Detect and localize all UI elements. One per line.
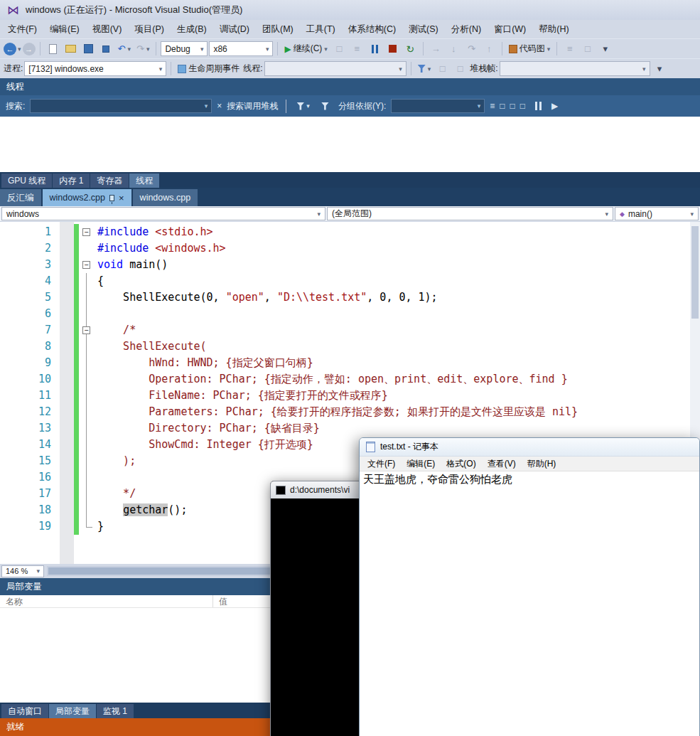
notepad-menu-item[interactable]: 帮助(H): [522, 457, 562, 471]
code-line[interactable]: 3−void main(): [0, 257, 700, 273]
stop-debugging-button[interactable]: [384, 41, 401, 57]
threads-panel-header[interactable]: 线程: [0, 78, 700, 95]
search-call-stack-label[interactable]: 搜索调用堆栈: [227, 100, 278, 112]
diagnostics-button[interactable]: ≡: [349, 41, 365, 57]
navigate-forward-icon[interactable]: →: [23, 43, 36, 55]
menu-item[interactable]: 测试(S): [402, 21, 445, 38]
code-line[interactable]: 6: [0, 306, 700, 322]
fold-margin[interactable]: [79, 289, 97, 306]
continue-button[interactable]: ▶ 继续(C) ▾: [282, 41, 329, 57]
code-line[interactable]: 12 Parameters: PChar; {给要打开的程序指定参数; 如果打开…: [0, 404, 700, 420]
fold-margin[interactable]: [79, 388, 97, 404]
navigate-back-icon[interactable]: ←: [4, 43, 16, 55]
menu-item[interactable]: 工具(T): [300, 21, 342, 38]
fold-margin[interactable]: [79, 453, 97, 469]
threads-list-area[interactable]: [0, 117, 700, 172]
fold-margin[interactable]: [79, 518, 97, 535]
misc-tool-button[interactable]: ≡: [561, 41, 578, 57]
code-line[interactable]: 13 Directory: PChar; {缺省目录}: [0, 420, 700, 437]
fold-margin[interactable]: [79, 404, 97, 420]
fold-collapse-icon[interactable]: −: [82, 261, 90, 269]
process-combo[interactable]: [7132] windows.exe▾: [24, 61, 166, 76]
members-dropdown[interactable]: ◆main()▾: [615, 207, 699, 220]
menu-item[interactable]: 生成(B): [171, 21, 213, 38]
code-line[interactable]: 5 ShellExecute(0, "open", "D:\\test.txt"…: [0, 289, 700, 306]
step-out-button[interactable]: ↑: [481, 41, 497, 57]
lifecycle-events-button[interactable]: 生命周期事件: [176, 61, 242, 77]
filter-edit-button[interactable]: [317, 98, 333, 114]
threads-tab[interactable]: 内存 1: [53, 174, 90, 188]
code-line[interactable]: 2#include <windows.h>: [0, 240, 700, 257]
menu-item[interactable]: 调试(D): [213, 21, 256, 38]
code-line[interactable]: 1−#include <stdio.h>: [0, 224, 700, 240]
menu-item[interactable]: 文件(F): [1, 21, 43, 38]
clear-search-icon[interactable]: ×: [217, 101, 222, 111]
collapse-stacks-button[interactable]: □: [520, 101, 525, 111]
filter-flagged-button[interactable]: ▾: [294, 98, 312, 114]
fold-margin[interactable]: −: [79, 257, 97, 273]
notepad-menu-item[interactable]: 查看(V): [482, 457, 522, 471]
search-input[interactable]: ▾: [30, 99, 212, 113]
bottom-tab[interactable]: 局部变量: [49, 704, 96, 718]
thaw-thread-button[interactable]: ▶: [551, 101, 558, 111]
code-line[interactable]: 11 FileName: PChar; {指定要打开的文件或程序}: [0, 388, 700, 404]
menu-item[interactable]: 编辑(E): [43, 21, 86, 38]
redo-button[interactable]: ↷▾: [134, 41, 151, 57]
columns-button[interactable]: ≡: [490, 101, 495, 111]
save-button[interactable]: [80, 41, 97, 57]
menu-item[interactable]: 帮助(H): [532, 21, 575, 38]
thread-combo[interactable]: ▾: [264, 61, 406, 76]
menu-item[interactable]: 团队(M): [256, 21, 300, 38]
step-over-button[interactable]: ↷: [463, 41, 480, 57]
column-header-name[interactable]: 名称: [0, 595, 213, 607]
notepad-window[interactable]: test.txt - 记事本 文件(F)编辑(E)格式(O)查看(V)帮助(H)…: [359, 437, 700, 736]
notepad-menu-item[interactable]: 文件(F): [362, 457, 401, 471]
step-into-button[interactable]: ↓: [446, 41, 462, 57]
toolbar-overflow-button[interactable]: ▾: [652, 61, 668, 77]
close-icon[interactable]: ×: [119, 193, 124, 203]
menu-item[interactable]: 视图(V): [86, 21, 129, 38]
code-line[interactable]: 7− /*: [0, 322, 700, 338]
menu-item[interactable]: 项目(P): [128, 21, 171, 38]
scope-dropdown[interactable]: (全局范围)▾: [327, 207, 613, 220]
fold-margin[interactable]: −: [79, 322, 97, 338]
notepad-text-area[interactable]: 天王盖地虎，夺命雷公狗怕老虎: [360, 471, 699, 488]
fold-margin[interactable]: [79, 355, 97, 371]
threads-tab[interactable]: GPU 线程: [1, 174, 52, 188]
misc-tool-button[interactable]: □: [579, 41, 596, 57]
unflag-threads-button[interactable]: □: [452, 61, 468, 77]
code-line[interactable]: 9 hWnd: HWND; {指定父窗口句柄}: [0, 355, 700, 371]
menu-item[interactable]: 分析(N): [445, 21, 488, 38]
columns-button[interactable]: □: [500, 101, 505, 111]
solution-configuration-combo[interactable]: Debug▾: [161, 41, 208, 56]
fold-margin[interactable]: [79, 338, 97, 355]
document-tab[interactable]: windows.cpp: [133, 189, 198, 206]
new-file-button[interactable]: [45, 41, 61, 57]
fold-collapse-icon[interactable]: −: [82, 326, 90, 334]
solution-platform-combo[interactable]: x86▾: [209, 41, 273, 56]
bottom-tab[interactable]: 监视 1: [97, 704, 134, 718]
code-line[interactable]: 4{: [0, 273, 700, 289]
project-types-dropdown[interactable]: windows▾: [1, 207, 325, 220]
show-next-statement-button[interactable]: →: [428, 41, 444, 57]
fold-collapse-icon[interactable]: −: [82, 228, 90, 236]
fold-margin[interactable]: −: [79, 224, 97, 240]
fold-margin[interactable]: [79, 437, 97, 453]
fold-margin[interactable]: [79, 273, 97, 289]
freeze-thread-button[interactable]: [530, 98, 546, 114]
scrollbar-thumb[interactable]: [691, 226, 699, 319]
fold-margin[interactable]: [79, 306, 97, 322]
undo-button[interactable]: ↶▾: [116, 41, 133, 57]
code-line[interactable]: 10 Operation: PChar; {指定动作，譬如: open、prin…: [0, 371, 700, 388]
menu-item[interactable]: 窗口(W): [488, 21, 532, 38]
stack-frame-combo[interactable]: ▾: [500, 61, 650, 76]
save-all-button[interactable]: [98, 41, 114, 57]
zoom-select[interactable]: 146 %▾: [1, 565, 44, 577]
fold-margin[interactable]: [79, 486, 97, 502]
document-tab[interactable]: 反汇编: [0, 189, 41, 206]
navigate-back-dropdown-icon[interactable]: ▾: [18, 46, 21, 53]
fold-margin[interactable]: [79, 420, 97, 437]
bottom-tab[interactable]: 自动窗口: [1, 704, 48, 718]
pin-icon[interactable]: [109, 195, 114, 201]
threads-tab[interactable]: 寄存器: [90, 174, 129, 188]
